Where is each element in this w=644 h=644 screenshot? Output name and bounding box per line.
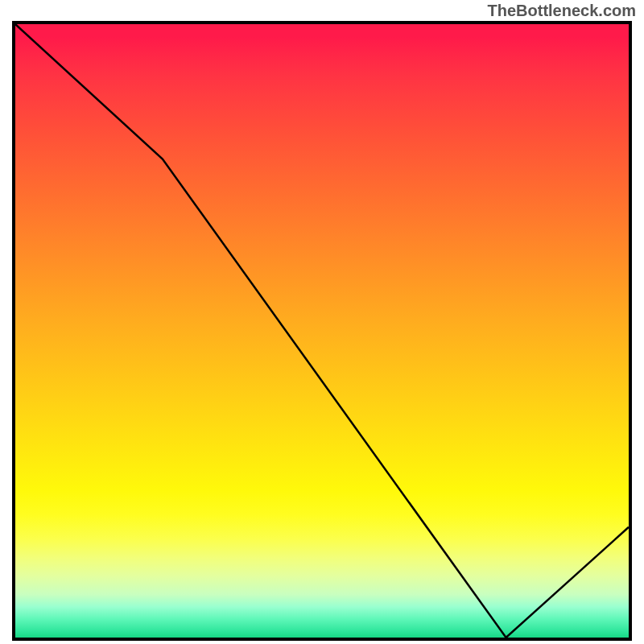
chart-line — [15, 24, 629, 638]
chart-container: TheBottleneck.com — [0, 0, 644, 644]
plot-area — [12, 21, 632, 641]
attribution-label: TheBottleneck.com — [488, 2, 636, 20]
chart-line-svg — [15, 24, 629, 638]
